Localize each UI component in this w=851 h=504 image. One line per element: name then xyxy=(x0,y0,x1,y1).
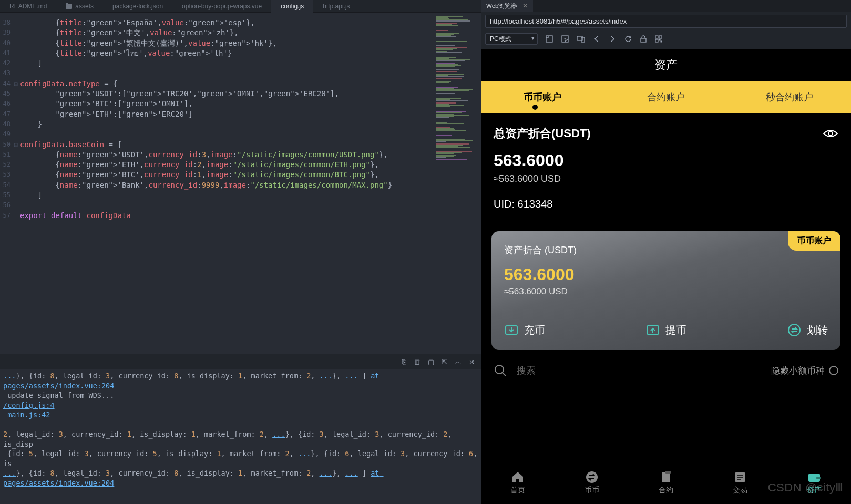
tab-config[interactable]: config.js xyxy=(271,0,313,13)
console-stop-icon[interactable]: ▢ xyxy=(428,358,434,366)
app-tab-seconds[interactable]: 秒合约账户 xyxy=(727,81,851,113)
nav-assets-label: 资产 xyxy=(807,486,822,495)
nav-trade[interactable]: 交易 xyxy=(703,460,777,504)
browser-tab[interactable]: Web浏览器 ✕ xyxy=(481,0,533,12)
deposit-icon xyxy=(504,323,519,337)
console-swap-icon[interactable]: ⤭ xyxy=(469,358,475,366)
wallet-icon xyxy=(807,470,822,485)
search-row: 搜索 隐藏小额币种 xyxy=(481,356,851,385)
trade-icon xyxy=(733,470,747,485)
radio-icon xyxy=(829,366,838,375)
mode-select[interactable]: PC模式 xyxy=(485,33,538,45)
folder-icon xyxy=(66,4,72,9)
app-tab-coin[interactable]: 币币账户 xyxy=(481,81,604,113)
svg-rect-17 xyxy=(665,471,671,474)
home-icon xyxy=(510,470,525,485)
lock-icon[interactable] xyxy=(640,35,647,43)
browser-toolbar: PC模式 xyxy=(481,31,851,49)
inspect-icon[interactable] xyxy=(561,35,569,43)
deposit-label: 充币 xyxy=(524,323,545,337)
contract-icon xyxy=(659,470,673,485)
withdraw-action[interactable]: 提币 xyxy=(645,323,686,337)
refresh-icon[interactable] xyxy=(624,35,632,43)
minimap[interactable] xyxy=(434,13,481,354)
nav-coin[interactable]: 币币 xyxy=(555,460,629,504)
card-badge: 币币账户 xyxy=(788,231,840,251)
card-subvalue: ≈563.6000 USD xyxy=(504,286,828,297)
account-card: 币币账户 资产折合 (USDT) 563.6000 ≈563.6000 USD … xyxy=(491,231,840,350)
browser-tabbar: Web浏览器 ✕ xyxy=(481,0,851,12)
bottom-nav: 首页 币币 合约 交易 资产 xyxy=(481,460,851,504)
summary-title: 总资产折合(USDT) xyxy=(494,126,591,141)
svg-rect-5 xyxy=(655,36,658,38)
card-wrap: 币币账户 资产折合 (USDT) 563.6000 ≈563.6000 USD … xyxy=(481,225,851,356)
new-window-icon[interactable] xyxy=(545,35,553,43)
url-input[interactable] xyxy=(485,15,847,28)
svg-rect-20 xyxy=(816,477,821,479)
close-icon[interactable]: ✕ xyxy=(522,0,528,12)
transfer-action[interactable]: 划转 xyxy=(787,323,828,337)
nav-trade-label: 交易 xyxy=(733,486,747,495)
withdraw-icon xyxy=(645,323,660,337)
search-icon[interactable] xyxy=(494,364,507,377)
forward-icon[interactable] xyxy=(608,35,617,43)
svg-rect-7 xyxy=(655,39,658,42)
nav-home[interactable]: 首页 xyxy=(481,460,555,504)
svg-point-10 xyxy=(828,131,833,136)
nav-contract[interactable]: 合约 xyxy=(629,460,703,504)
app-viewport: 资产 币币账户 合约账户 秒合约账户 总资产折合(USDT) 563.6000 … xyxy=(481,49,851,504)
tab-http-api[interactable]: http.api.js xyxy=(313,0,359,13)
svg-rect-3 xyxy=(581,37,585,42)
code-content[interactable]: {title:"green">'España',value:"green">'e… xyxy=(20,13,481,354)
nav-home-label: 首页 xyxy=(510,486,525,495)
card-actions: 充币 提币 划转 xyxy=(504,323,828,337)
editor-tab-bar: README.md assets package-lock.json optio… xyxy=(0,0,481,13)
browser-tab-title: Web浏览器 xyxy=(486,0,517,12)
svg-rect-6 xyxy=(659,36,662,38)
tab-assets[interactable]: assets xyxy=(56,0,103,13)
transfer-icon xyxy=(787,323,802,337)
console-collapse-icon[interactable]: ︿ xyxy=(455,357,462,366)
code-editor[interactable]: 38 39 40 41 42 43 44 45 46 47 48 49 50 5… xyxy=(0,13,481,354)
editor-pane: README.md assets package-lock.json optio… xyxy=(0,0,481,504)
transfer-label: 划转 xyxy=(807,323,828,337)
nav-assets[interactable]: 资产 xyxy=(777,460,851,504)
card-label: 资产折合 (USDT) xyxy=(504,244,828,256)
svg-rect-9 xyxy=(661,41,662,42)
console-clear-icon[interactable]: 🗑 xyxy=(414,358,421,366)
svg-rect-0 xyxy=(546,36,552,42)
console-source-icon[interactable]: ⎘ xyxy=(402,358,406,366)
app-tabs: 币币账户 合约账户 秒合约账户 xyxy=(481,81,851,113)
svg-point-14 xyxy=(495,365,504,374)
console-toolbar: ⎘ 🗑 ▢ ⇱ ︿ ⤭ xyxy=(0,354,481,369)
console-output[interactable]: ...}, {id: 8, legal_id: 3, currency_id: … xyxy=(0,369,481,504)
hide-small-label: 隐藏小额币种 xyxy=(771,365,825,377)
card-divider xyxy=(504,312,828,312)
summary-subvalue: ≈563.6000 USD xyxy=(494,173,838,184)
tab-option-popup[interactable]: option-buy-popup-wraps.vue xyxy=(172,0,271,13)
deposit-action[interactable]: 充币 xyxy=(504,323,545,337)
back-icon[interactable] xyxy=(592,35,601,43)
assets-summary: 总资产折合(USDT) 563.6000 ≈563.6000 USD UID: … xyxy=(481,113,851,225)
hide-small-toggle[interactable]: 隐藏小额币种 xyxy=(771,365,838,377)
devices-icon[interactable] xyxy=(577,35,585,43)
svg-rect-8 xyxy=(659,39,660,40)
coin-icon xyxy=(585,470,599,485)
app-tab-contract[interactable]: 合约账户 xyxy=(604,81,728,113)
url-bar-container xyxy=(481,12,851,31)
withdraw-label: 提币 xyxy=(665,323,686,337)
svg-point-15 xyxy=(586,471,598,483)
qr-icon[interactable] xyxy=(654,35,663,43)
svg-point-13 xyxy=(788,324,800,336)
app-page-title: 资产 xyxy=(481,49,851,81)
line-gutter: 38 39 40 41 42 43 44 45 46 47 48 49 50 5… xyxy=(0,13,14,354)
tab-package-lock[interactable]: package-lock.json xyxy=(103,0,172,13)
nav-coin-label: 币币 xyxy=(585,486,599,495)
console-export-icon[interactable]: ⇱ xyxy=(442,358,447,366)
tab-indicator xyxy=(532,105,538,110)
summary-uid: UID: 613348 xyxy=(494,198,838,210)
eye-icon[interactable] xyxy=(823,128,838,139)
tab-readme[interactable]: README.md xyxy=(0,0,56,13)
summary-value: 563.6000 xyxy=(494,151,838,170)
search-placeholder[interactable]: 搜索 xyxy=(517,364,762,377)
